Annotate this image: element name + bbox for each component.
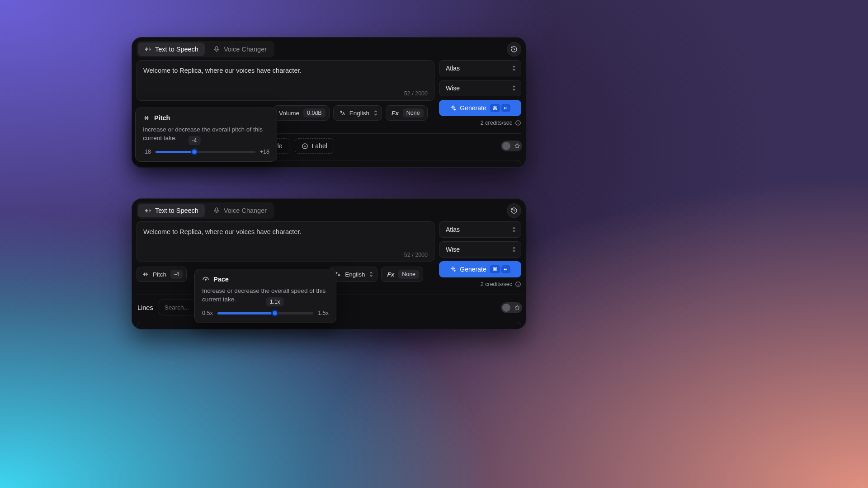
chip-value: None — [398, 270, 419, 279]
svg-point-6 — [205, 279, 206, 280]
card-header: Text to Speech Voice Changer — [132, 199, 526, 221]
pace-slider[interactable]: 1.1x — [217, 312, 314, 314]
tab-voice-changer[interactable]: Voice Changer — [207, 204, 273, 217]
button-label: Label — [312, 142, 327, 150]
kbd-shortcut: ⌘ ↵ — [490, 104, 510, 112]
slider-value-badge: -4 — [189, 136, 201, 145]
info-icon[interactable] — [515, 281, 521, 287]
pitch-popover: Pitch Increase or decrease the overall p… — [135, 108, 277, 162]
tts-card-pitch: Text to Speech Voice Changer Welcome to … — [132, 37, 526, 168]
info-icon[interactable] — [515, 120, 521, 126]
credits-note: 2 credits/sec — [439, 281, 521, 287]
slider-thumb[interactable] — [191, 148, 198, 155]
tab-label: Text to Speech — [155, 46, 198, 53]
select-value: Wise — [446, 246, 460, 253]
generate-button[interactable]: Generate ⌘ ↵ — [439, 100, 521, 116]
tab-label: Voice Changer — [224, 207, 267, 214]
tab-text-to-speech[interactable]: Text to Speech — [138, 204, 205, 217]
chevron-updown-icon — [512, 85, 516, 91]
language-chip[interactable]: English — [333, 105, 382, 121]
button-label: Generate — [460, 104, 486, 112]
fx-label: Fx — [392, 110, 399, 117]
tab-label: Voice Changer — [224, 46, 267, 53]
slider-fill — [156, 151, 194, 153]
credits-text: 2 credits/sec — [481, 281, 512, 287]
star-icon — [514, 143, 520, 149]
slider-min: -18 — [143, 149, 151, 155]
sparkle-icon — [450, 105, 456, 111]
kbd-cmd: ⌘ — [490, 265, 500, 273]
char-counter: 52 / 2000 — [404, 244, 428, 258]
tab-label: Text to Speech — [155, 207, 198, 214]
chip-label: English — [345, 271, 365, 278]
history-icon — [510, 207, 518, 214]
credits-note: 2 credits/sec — [439, 120, 521, 126]
popover-title: Pace — [213, 276, 229, 283]
popover-description: Increase or decrease the overall speed o… — [202, 286, 329, 304]
style-select[interactable]: Wise — [439, 80, 521, 96]
fx-label: Fx — [387, 271, 394, 278]
history-icon — [510, 46, 518, 53]
voice-select[interactable]: Atlas — [439, 221, 521, 238]
pitch-chip[interactable]: Pitch -4 — [137, 267, 187, 282]
add-label-button[interactable]: Label — [295, 138, 334, 154]
prompt-text: Welcome to Replica, where our voices hav… — [143, 67, 428, 74]
generate-button[interactable]: Generate ⌘ ↵ — [439, 261, 521, 277]
chip-value: None — [403, 108, 424, 117]
chevron-updown-icon — [373, 110, 378, 116]
tuning-icon — [143, 114, 150, 122]
tab-voice-changer[interactable]: Voice Changer — [207, 42, 273, 56]
history-button[interactable] — [507, 203, 521, 218]
mode-tabs: Text to Speech Voice Changer — [137, 41, 274, 57]
pitch-slider[interactable]: -4 — [156, 151, 255, 153]
plus-circle-icon — [302, 143, 308, 150]
button-label: Generate — [460, 266, 486, 273]
chevron-updown-icon — [512, 226, 516, 233]
chevron-updown-icon — [369, 271, 373, 277]
mode-tabs: Text to Speech Voice Changer — [137, 202, 274, 219]
prompt-textarea[interactable]: Welcome to Replica, where our voices hav… — [137, 60, 434, 101]
slider-max: 1.5x — [318, 310, 329, 316]
chevron-updown-icon — [512, 65, 516, 71]
tuning-icon — [142, 271, 149, 277]
history-button[interactable] — [507, 42, 521, 56]
prompt-textarea[interactable]: Welcome to Replica, where our voices hav… — [137, 221, 434, 262]
tab-text-to-speech[interactable]: Text to Speech — [138, 42, 205, 56]
kbd-enter: ↵ — [501, 265, 510, 273]
pace-popover: Pace Increase or decrease the overall sp… — [194, 269, 336, 323]
chip-value: 0.0dB — [303, 108, 326, 117]
prompt-text: Welcome to Replica, where our voices hav… — [143, 228, 428, 235]
svg-rect-4 — [216, 208, 217, 211]
chip-label: Volume — [279, 110, 299, 117]
star-icon — [514, 305, 520, 311]
popover-title: Pitch — [154, 114, 170, 122]
fx-chip[interactable]: Fx None — [381, 267, 423, 282]
chip-value: -4 — [170, 270, 183, 279]
style-select[interactable]: Wise — [439, 241, 521, 258]
tts-card-pace: Text to Speech Voice Changer Welcome to … — [132, 198, 526, 329]
popover-description: Increase or decrease the overall pitch o… — [143, 125, 269, 142]
lines-label: Lines — [137, 304, 153, 311]
select-value: Atlas — [446, 226, 460, 233]
chevron-updown-icon — [512, 246, 516, 253]
gauge-icon — [202, 276, 209, 283]
slider-fill — [217, 312, 275, 314]
fx-chip[interactable]: Fx None — [386, 105, 428, 121]
slider-value-badge: 1.1x — [266, 297, 284, 306]
chip-label: Pitch — [153, 271, 166, 278]
slider-max: +18 — [260, 149, 269, 155]
voice-select[interactable]: Atlas — [439, 60, 521, 76]
slider-thumb[interactable] — [271, 310, 278, 317]
search-placeholder: Search... — [165, 304, 189, 311]
waveform-icon — [144, 207, 151, 214]
char-counter: 52 / 2000 — [404, 82, 428, 97]
translate-icon — [339, 110, 345, 116]
kbd-cmd: ⌘ — [490, 104, 500, 112]
volume-chip[interactable]: Volume 0.0dB — [273, 105, 330, 121]
card-header: Text to Speech Voice Changer — [132, 38, 526, 60]
kbd-shortcut: ⌘ ↵ — [490, 265, 510, 273]
credits-text: 2 credits/sec — [481, 120, 512, 126]
select-value: Wise — [446, 84, 460, 92]
mic-icon — [213, 207, 220, 214]
sparkle-icon — [450, 266, 456, 272]
